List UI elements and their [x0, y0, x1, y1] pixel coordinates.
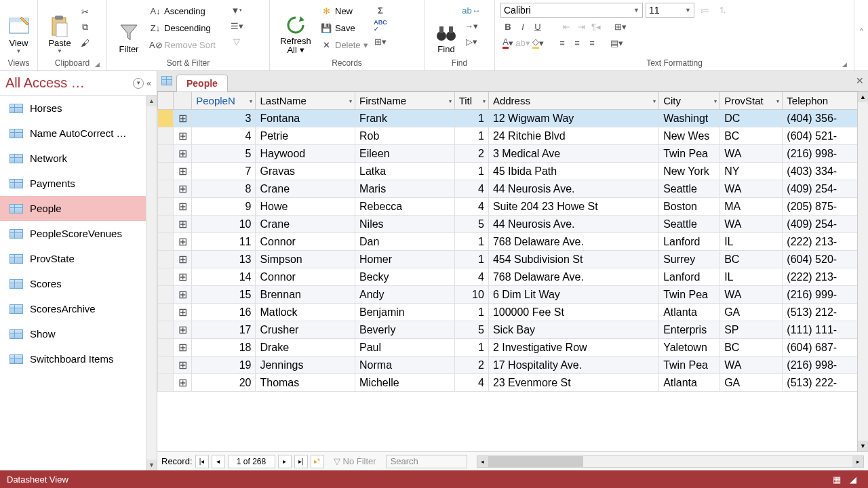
nav-dropdown-button[interactable]: ▼: [133, 78, 144, 89]
refresh-all-button[interactable]: Refresh All ▾: [275, 1, 316, 54]
cell-firstname[interactable]: Dan: [355, 233, 455, 251]
no-filter-indicator[interactable]: ▽No Filter: [334, 456, 376, 466]
cell-lastname[interactable]: Crane: [256, 180, 355, 198]
cell-city[interactable]: Twin Pea: [659, 286, 720, 304]
row-selector[interactable]: [158, 321, 174, 339]
more-records-button[interactable]: ⊞▾: [373, 34, 388, 49]
nav-item-horses[interactable]: Horses: [0, 96, 157, 121]
filter-dropdown-icon[interactable]: ▾: [653, 98, 656, 104]
cell-city[interactable]: New Wes: [659, 127, 720, 145]
table-row[interactable]: ⊞4PetrieRob124 Ritchie BlvdNew WesBC(604…: [158, 127, 868, 145]
increase-indent-button[interactable]: ⇥: [574, 19, 589, 34]
font-name-combo[interactable]: Calibri▼: [500, 3, 643, 18]
cell-address[interactable]: 17 Hospitality Ave.: [488, 357, 658, 374]
cell-firstname[interactable]: Paul: [355, 339, 455, 357]
expand-row-button[interactable]: ⊞: [174, 180, 192, 198]
cell-city[interactable]: Twin Pea: [659, 357, 720, 374]
cell-telephone[interactable]: (513) 212-: [783, 304, 868, 321]
cell-title[interactable]: 10: [454, 286, 488, 304]
scrollbar-thumb[interactable]: [488, 456, 583, 467]
alt-row-color-button[interactable]: ▤▾: [609, 35, 624, 50]
cell-peoplen[interactable]: 16: [192, 304, 256, 321]
nav-item-people[interactable]: People: [0, 196, 157, 221]
cell-address[interactable]: 44 Neurosis Ave.: [488, 180, 658, 198]
cell-firstname[interactable]: Andy: [355, 286, 455, 304]
row-selector[interactable]: [158, 251, 174, 268]
highlight-button[interactable]: ab▾: [515, 35, 530, 50]
cell-lastname[interactable]: Simpson: [256, 251, 355, 268]
column-header-telephon[interactable]: Telephon▾: [783, 92, 868, 110]
cell-city[interactable]: New York: [659, 163, 720, 180]
nav-collapse-button[interactable]: «: [146, 79, 151, 88]
filter-dropdown-icon[interactable]: ▾: [776, 98, 779, 104]
cell-peoplen[interactable]: 5: [192, 145, 256, 163]
cell-address[interactable]: 23 Evenmore St: [488, 374, 658, 392]
cut-button[interactable]: ✂: [77, 4, 92, 19]
expand-row-button[interactable]: ⊞: [174, 127, 192, 145]
cell-title[interactable]: 1: [454, 127, 488, 145]
nav-item-payments[interactable]: Payments: [0, 171, 157, 196]
cell-address[interactable]: 100000 Fee St: [488, 304, 658, 321]
column-header-firstname[interactable]: FirstName▾: [355, 92, 455, 110]
table-row[interactable]: ⊞10CraneNiles544 Neurosis Ave.SeattleWA(…: [158, 216, 868, 233]
cell-city[interactable]: Twin Pea: [659, 145, 720, 163]
cell-title[interactable]: 1: [454, 110, 488, 127]
nav-item-name-autocorrect-[interactable]: Name AutoCorrect …: [0, 121, 157, 146]
cell-title[interactable]: 4: [454, 180, 488, 198]
cell-lastname[interactable]: Thomas: [256, 374, 355, 392]
cell-provstat[interactable]: BC: [720, 127, 783, 145]
row-selector[interactable]: [158, 198, 174, 216]
cell-lastname[interactable]: Gravas: [256, 163, 355, 180]
column-header-provstat[interactable]: ProvStat▾: [720, 92, 783, 110]
grid-corner[interactable]: [158, 92, 174, 110]
cell-address[interactable]: 6 Dim Lit Way: [488, 286, 658, 304]
cell-title[interactable]: 5: [454, 216, 488, 233]
expand-row-button[interactable]: ⊞: [174, 216, 192, 233]
cell-peoplen[interactable]: 19: [192, 357, 256, 374]
view-button[interactable]: View ▼: [5, 1, 32, 54]
cell-city[interactable]: Enterpris: [659, 321, 720, 339]
filter-dropdown-icon[interactable]: ▾: [714, 98, 717, 104]
selection-filter-button[interactable]: ▼▾: [229, 3, 244, 18]
cell-provstat[interactable]: GA: [720, 304, 783, 321]
cell-firstname[interactable]: Homer: [355, 251, 455, 268]
cell-title[interactable]: 5: [454, 321, 488, 339]
cell-provstat[interactable]: GA: [720, 374, 783, 392]
next-record-button[interactable]: ▸: [278, 455, 292, 468]
cell-peoplen[interactable]: 8: [192, 180, 256, 198]
new-record-button[interactable]: ✻New: [317, 3, 372, 19]
cell-peoplen[interactable]: 15: [192, 286, 256, 304]
cell-city[interactable]: Atlanta: [659, 374, 720, 392]
cell-title[interactable]: 4: [454, 374, 488, 392]
cell-address[interactable]: 12 Wigwam Way: [488, 110, 658, 127]
expand-row-button[interactable]: ⊞: [174, 339, 192, 357]
nav-item-scoresarchive[interactable]: ScoresArchive: [0, 296, 157, 321]
expand-row-button[interactable]: ⊞: [174, 268, 192, 286]
cell-title[interactable]: 4: [454, 198, 488, 216]
close-tab-button[interactable]: ✕: [856, 75, 864, 86]
filter-dropdown-icon[interactable]: ▾: [483, 98, 486, 104]
cell-lastname[interactable]: Brennan: [256, 286, 355, 304]
cell-lastname[interactable]: Fontana: [256, 110, 355, 127]
row-selector[interactable]: [158, 374, 174, 392]
cell-lastname[interactable]: Connor: [256, 268, 355, 286]
cell-peoplen[interactable]: 17: [192, 321, 256, 339]
spelling-button[interactable]: ABC✓: [373, 18, 388, 33]
cell-telephone[interactable]: (216) 998-: [783, 145, 868, 163]
grid-vertical-scrollbar[interactable]: ▲ ▼: [857, 92, 868, 451]
filter-dropdown-icon[interactable]: ▾: [449, 98, 452, 104]
expand-row-button[interactable]: ⊞: [174, 110, 192, 127]
filter-dropdown-icon[interactable]: ▾: [250, 98, 252, 104]
cell-city[interactable]: Yaletown: [659, 339, 720, 357]
cell-telephone[interactable]: (216) 999-: [783, 286, 868, 304]
expand-row-button[interactable]: ⊞: [174, 145, 192, 163]
last-record-button[interactable]: ▸|: [294, 455, 308, 468]
cell-provstat[interactable]: BC: [720, 251, 783, 268]
cell-firstname[interactable]: Benjamin: [355, 304, 455, 321]
cell-provstat[interactable]: SP: [720, 321, 783, 339]
cell-peoplen[interactable]: 10: [192, 216, 256, 233]
nav-item-peoplescorevenues[interactable]: PeopleScoreVenues: [0, 221, 157, 246]
cell-telephone[interactable]: (513) 222-: [783, 374, 868, 392]
cell-title[interactable]: 1: [454, 251, 488, 268]
decrease-indent-button[interactable]: ⇤: [559, 19, 574, 34]
